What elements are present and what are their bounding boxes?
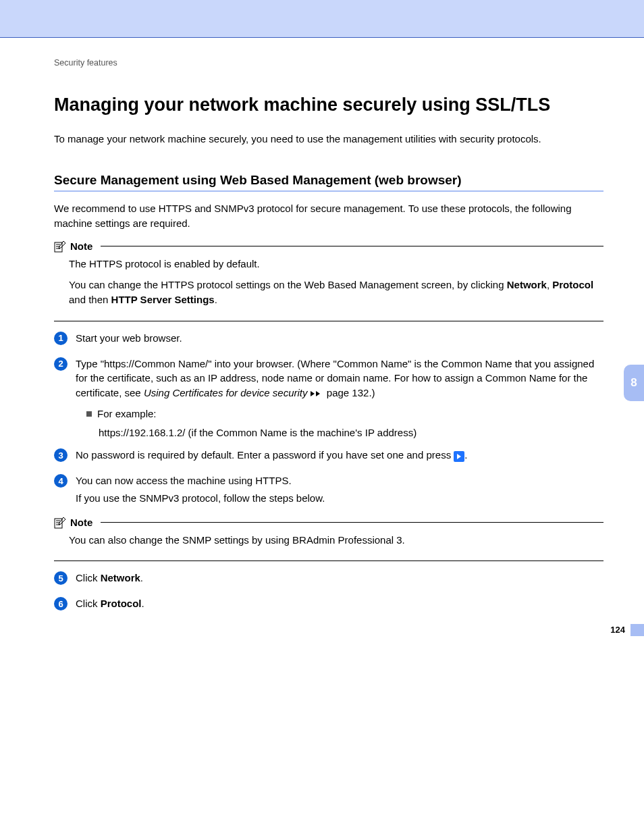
note-icon [54,517,66,529]
step-text: Start your web browser. [76,331,603,346]
square-bullet-icon [86,411,92,417]
note-block: Note You can also change the SNMP settin… [54,517,603,562]
section-intro: We recommend to use HTTPS and SNMPv3 pro… [54,201,603,231]
header-bar [0,0,644,38]
svg-marker-5 [316,391,320,396]
page-number-bar [630,624,644,636]
page-title: Managing your network machine securely u… [54,95,603,115]
note-text: The HTTPS protocol is enabled by default… [69,257,603,271]
step-number-badge: 1 [54,332,68,345]
step-number-badge: 2 [54,357,68,371]
step-text: No password is required by default. Ente… [76,448,603,463]
breadcrumb: Security features [54,58,603,68]
note-icon [54,240,66,253]
page-number-area: 124 [610,623,644,637]
page-number: 124 [610,625,630,635]
step-text: Click Protocol. [76,596,603,611]
step-item: 3 No password is required by default. En… [54,448,603,465]
go-arrow-icon [454,451,464,462]
step-text: Click Network. [76,571,603,585]
sub-bullet: For example: [86,407,603,421]
step-number-badge: 6 [54,597,68,610]
svg-marker-4 [311,391,315,396]
note-text: You can also change the SNMP settings by… [69,533,603,548]
step-item: 5 Click Network. [54,571,603,588]
intro-paragraph: To manage your network machine securely,… [54,132,603,146]
note-label: Note [70,517,92,528]
step-number-badge: 5 [54,571,68,585]
example-text: https://192.168.1.2/ (if the Common Name… [99,425,603,440]
step-number-badge: 4 [54,474,68,488]
step-number-badge: 3 [54,448,68,462]
xref-arrow-icon [311,386,324,401]
section-rule [54,190,603,192]
step-text: You can now access the machine using HTT… [76,473,603,488]
page-content: Security features Managing your network … [0,38,644,649]
step-text: Type "https://Common Name/" into your br… [76,357,603,401]
step-item: 4 You can now access the machine using H… [54,473,603,509]
section-heading: Secure Management using Web Based Manage… [54,173,603,188]
note-label: Note [70,240,92,252]
note-text: You can change the HTTPS protocol settin… [69,278,603,307]
step-item: 2 Type "https://Common Name/" into your … [54,357,603,440]
step-item: 1 Start your web browser. [54,331,603,348]
note-rule [54,561,603,561]
step-item: 6 Click Protocol. [54,596,603,614]
step-text: If you use the SNMPv3 protocol, follow t… [76,491,603,506]
note-rule [54,321,603,321]
note-block: Note The HTTPS protocol is enabled by de… [54,240,603,321]
